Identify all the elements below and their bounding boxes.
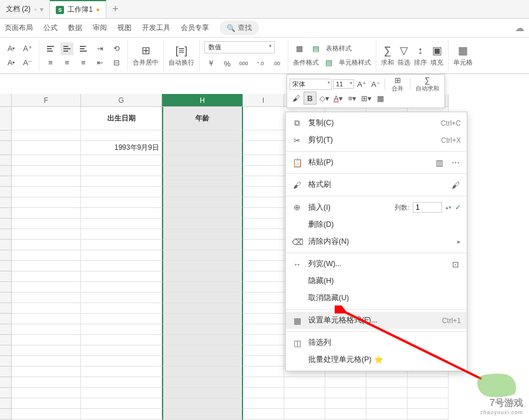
row-header[interactable] <box>0 388 12 398</box>
cell[interactable] <box>12 187 81 197</box>
ctx-cut[interactable]: ✂ 剪切(T) Ctrl+X <box>286 132 467 149</box>
cloud-sync-icon[interactable]: ☁ <box>515 22 524 33</box>
cell[interactable] <box>407 377 449 388</box>
ctx-copy[interactable]: ⧉ 复制(C) Ctrl+C <box>286 115 467 132</box>
cell[interactable] <box>12 240 81 250</box>
cell[interactable]: 年龄 <box>162 107 243 130</box>
cell[interactable] <box>162 388 243 398</box>
cell[interactable] <box>162 271 243 282</box>
row-header[interactable] <box>0 335 12 345</box>
cell[interactable] <box>162 250 243 261</box>
indent-inc-button[interactable]: ⇥ <box>93 42 106 55</box>
cell[interactable] <box>81 176 162 187</box>
cell[interactable] <box>243 155 284 166</box>
cell[interactable] <box>81 409 162 419</box>
cell[interactable] <box>81 293 162 303</box>
decimal-inc-button[interactable]: ⁺.0 <box>254 57 267 70</box>
ctx-delete[interactable]: 删除(D) <box>286 216 467 233</box>
cell[interactable] <box>81 187 162 197</box>
cell[interactable] <box>12 155 81 166</box>
menu-layout[interactable]: 页面布局 <box>5 23 33 33</box>
fill-button[interactable]: ▣填充 <box>430 42 443 70</box>
mini-merge-button[interactable]: ⊞ 合并 <box>388 78 407 90</box>
cell[interactable] <box>366 409 407 419</box>
cell[interactable] <box>162 155 243 166</box>
wrap-text-button[interactable]: [≡] 自动换行 <box>169 42 194 70</box>
confirm-icon[interactable]: ✓ <box>455 203 461 211</box>
cell[interactable] <box>81 335 162 345</box>
cell[interactable] <box>12 377 81 388</box>
percent-button[interactable]: % <box>221 57 234 70</box>
cell[interactable] <box>243 282 284 293</box>
ctx-format-painter[interactable]: 🖌 格式刷 🖌 <box>286 176 467 193</box>
cell[interactable] <box>81 303 162 314</box>
row-header[interactable] <box>0 240 12 250</box>
ctx-clear[interactable]: ⌫ 清除内容(N) ▸ <box>286 233 467 250</box>
menu-formula[interactable]: 公式 <box>43 23 58 33</box>
table-style-button[interactable]: 表格样式 <box>326 44 352 53</box>
cell[interactable] <box>12 271 81 282</box>
cell[interactable] <box>162 335 243 345</box>
decimal-dec-button[interactable]: .00 <box>270 57 283 70</box>
cell[interactable] <box>12 409 81 419</box>
cell[interactable] <box>12 293 81 303</box>
cell[interactable] <box>162 282 243 293</box>
new-tab-button[interactable]: + <box>106 3 125 15</box>
mini-size-select[interactable]: 11 <box>333 79 354 89</box>
align-center-button[interactable]: ≡ <box>60 56 73 69</box>
cell[interactable] <box>284 398 325 409</box>
cell[interactable] <box>366 377 407 388</box>
cell[interactable] <box>81 250 162 261</box>
row-header[interactable] <box>0 271 12 282</box>
thousands-button[interactable]: 000 <box>237 57 250 70</box>
menu-review[interactable]: 审阅 <box>93 23 107 33</box>
cell[interactable] <box>243 367 284 377</box>
row-header[interactable] <box>0 377 12 388</box>
cell[interactable] <box>162 197 243 208</box>
cell[interactable]: 1993年9月9日 <box>81 141 162 155</box>
cond-format-button[interactable]: 条件格式 <box>293 58 319 67</box>
mini-autosum-button[interactable]: ∑ 自动求和 <box>413 78 442 90</box>
align-vmid-button[interactable] <box>60 42 73 55</box>
fill-color-button[interactable]: A▾ <box>5 56 18 69</box>
cell[interactable] <box>243 197 284 208</box>
row-header[interactable] <box>0 261 12 271</box>
cell[interactable] <box>407 409 449 419</box>
currency-button[interactable]: ￥ <box>204 57 217 70</box>
mini-align-button[interactable]: ≡▾ <box>346 92 359 105</box>
row-header[interactable] <box>0 345 12 356</box>
search-button[interactable]: 🔍 查找 <box>220 21 259 35</box>
cell[interactable] <box>12 345 81 356</box>
cell[interactable] <box>12 314 81 324</box>
font-size-grow-button[interactable]: A⁺ <box>21 42 34 55</box>
row-header[interactable] <box>0 187 12 197</box>
font-color-button[interactable]: A▾ <box>5 42 18 55</box>
row-header[interactable] <box>0 208 12 219</box>
cell[interactable] <box>81 219 162 229</box>
cell[interactable] <box>243 335 284 345</box>
ctx-hide[interactable]: 隐藏(H) <box>286 273 467 290</box>
row-header[interactable] <box>0 356 12 367</box>
cell[interactable] <box>12 176 81 187</box>
row-header[interactable] <box>0 324 12 335</box>
cell[interactable] <box>12 229 81 240</box>
cell[interactable] <box>407 398 449 409</box>
distribute-button[interactable]: ⊟ <box>110 56 123 69</box>
cell[interactable] <box>162 303 243 314</box>
cell[interactable] <box>12 303 81 314</box>
row-header[interactable] <box>0 303 12 314</box>
select-all-corner[interactable] <box>0 94 12 107</box>
cell[interactable] <box>243 229 284 240</box>
cell[interactable] <box>81 166 162 176</box>
ctx-col-width[interactable]: ↔ 列宽(W)... ⊡ <box>286 256 467 273</box>
cell[interactable] <box>162 208 243 219</box>
cell[interactable] <box>243 345 284 356</box>
cell[interactable] <box>284 409 325 419</box>
cell[interactable] <box>12 367 81 377</box>
cell[interactable] <box>243 187 284 197</box>
row-header[interactable] <box>0 398 12 409</box>
row-header[interactable] <box>0 166 12 176</box>
cell[interactable] <box>81 271 162 282</box>
cell[interactable] <box>162 187 243 197</box>
cell-style-button[interactable]: 单元格样式 <box>339 58 371 67</box>
